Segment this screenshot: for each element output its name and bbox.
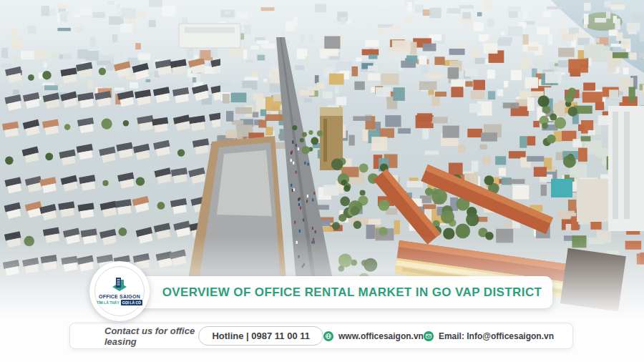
- building-icon: [110, 277, 129, 293]
- email-link[interactable]: Email: Info@officesaigon.vn: [424, 331, 554, 341]
- logo-inner-circle: OFFICE SAIGON TÌM LÀ THẤY GỌI LÀ CÓ: [94, 266, 145, 316]
- logo-slogan-text: TÌM LÀ THẤY: [97, 300, 119, 305]
- email-text: Email: Info@officesaigon.vn: [439, 331, 554, 341]
- hotline-button[interactable]: Hotline | 0987 11 00 11: [198, 326, 323, 346]
- website-text: www.officesaigon.vn: [338, 331, 424, 341]
- office-saigon-logo[interactable]: OFFICE SAIGON TÌM LÀ THẤY GỌI LÀ CÓ: [89, 261, 150, 321]
- envelope-icon: [424, 331, 434, 341]
- banner-title: OVERVIEW OF OFFICE RENTAL MARKET IN GO V…: [162, 285, 542, 300]
- contact-bar: Contact us for office leasing Hotline | …: [69, 323, 573, 349]
- title-banner: OVERVIEW OF OFFICE RENTAL MARKET IN GO V…: [100, 276, 552, 308]
- logo-slogan: TÌM LÀ THẤY GỌI LÀ CÓ: [97, 300, 142, 305]
- logo-slogan-badge: GỌI LÀ CÓ: [121, 300, 142, 305]
- contact-lead-text: Contact us for office leasing: [104, 326, 198, 347]
- logo-name: OFFICE SAIGON: [99, 294, 140, 299]
- banner-graphic: OFFICE SAIGON TÌM LÀ THẤY GỌI LÀ CÓ OVER…: [0, 0, 644, 362]
- website-link[interactable]: www.officesaigon.vn: [323, 331, 424, 341]
- globe-icon: [323, 331, 333, 341]
